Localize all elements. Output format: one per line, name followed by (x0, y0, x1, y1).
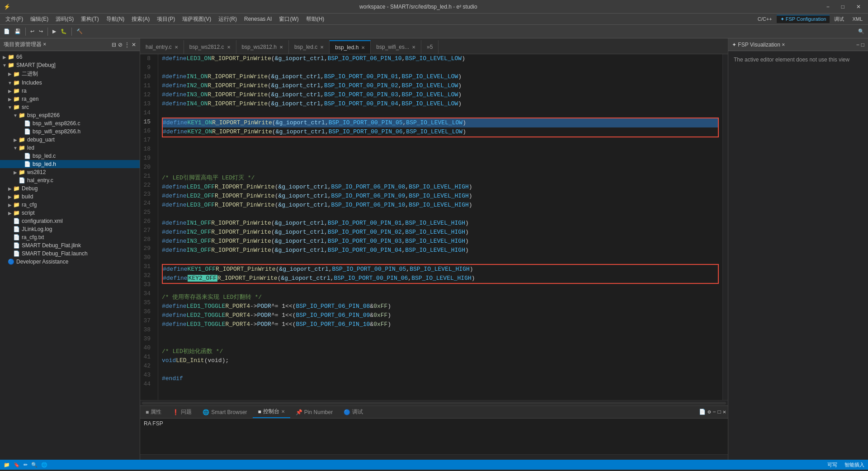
bottom-new-icon[interactable]: 📄 (699, 409, 706, 415)
menu-search[interactable]: 搜索(A) (128, 14, 153, 24)
sidebar-item-7[interactable]: ▼📁bsp_esp8266 (0, 111, 140, 119)
sidebar-filter-icon[interactable]: ⊘ (118, 42, 123, 48)
perspective-debug[interactable]: 调试 (830, 15, 848, 24)
perspective-xml[interactable]: XML (849, 15, 866, 23)
console-close[interactable]: ✕ (281, 409, 285, 414)
sidebar-item-15[interactable]: 📄hal_entry.c (0, 176, 140, 184)
status-icon-3[interactable]: ✏ (24, 462, 28, 468)
menu-help[interactable]: 帮助(H) (302, 14, 328, 24)
tab-close-bsp-wifi[interactable]: ✕ (412, 45, 415, 50)
menu-run[interactable]: 运行(R) (215, 14, 241, 24)
problems-icon: ❗ (172, 409, 179, 415)
perspective-cpp[interactable]: C/C++ (754, 15, 776, 23)
editor-hscrollbar[interactable] (140, 400, 728, 405)
sidebar-close-icon[interactable]: ✕ (132, 42, 136, 48)
bottom-tab-properties[interactable]: ■ 属性 (140, 406, 167, 418)
tab-more[interactable]: »5 (421, 40, 439, 54)
sidebar-item-25[interactable]: 🔵Developer Assistance (0, 258, 140, 266)
sidebar-item-11[interactable]: ▼📁led (0, 144, 140, 152)
sidebar-item-9[interactable]: 📄bsp_wifi_esp8266.h (0, 127, 140, 136)
tab-bsp-wifi[interactable]: bsp_wifi_es... ✕ (371, 40, 421, 54)
bottom-close-icon[interactable]: ✕ (723, 409, 726, 415)
sidebar-item-22[interactable]: 📄ra_cfg.txt (0, 233, 140, 241)
bottom-tab-console[interactable]: ■ 控制台 ✕ (253, 406, 290, 418)
status-icon-5[interactable]: 🌐 (41, 462, 47, 468)
menu-renesas-ai[interactable]: Renesas AI (241, 15, 275, 23)
editor-scrollbar[interactable] (722, 54, 728, 400)
menu-project[interactable]: 项目(P) (153, 14, 179, 24)
status-right: 可写 智能插入 (827, 462, 864, 468)
new-button[interactable]: 📄 (2, 28, 12, 35)
sidebar-item-21[interactable]: 📄JLinkLog.log (0, 225, 140, 233)
build-button[interactable]: 🔨 (75, 28, 85, 35)
status-icon-2[interactable]: 🔖 (14, 462, 20, 468)
sidebar-item-2[interactable]: ▶📁二进制 (0, 69, 140, 79)
sidebar-item-12[interactable]: 📄bsp_led.c (0, 152, 140, 160)
sidebar-item-0[interactable]: ▶📁66 (0, 53, 140, 61)
status-icon-1[interactable]: 📁 (4, 462, 10, 468)
fsp-maximize-icon[interactable]: □ (861, 42, 864, 48)
code-content[interactable]: #define LED3_ON R_IOPORT_PinWrite(&g_iop… (158, 54, 722, 400)
tab-close-bsp-ws2812h[interactable]: ✕ (279, 45, 283, 50)
undo-button[interactable]: ↩ (28, 28, 36, 35)
sidebar-item-17[interactable]: ▶📁build (0, 193, 140, 201)
tab-close-hal-entry[interactable]: ✕ (175, 45, 178, 50)
bottom-maximize-icon[interactable]: □ (718, 409, 721, 415)
sidebar-item-18[interactable]: ▶📁ra_cfg (0, 201, 140, 209)
keyword-define: #define (162, 72, 187, 81)
bottom-tab-debug[interactable]: 🔵 调试 (338, 406, 368, 418)
tree-arrow-17: ▶ (7, 194, 13, 199)
sidebar-item-3[interactable]: ▼📁Includes (0, 79, 140, 87)
line-num-16: 16 (140, 127, 154, 136)
tab-hal-entry[interactable]: hal_entry.c ✕ (140, 40, 184, 54)
run-button[interactable]: ▶ (51, 28, 58, 35)
tab-bsp-ws2812c[interactable]: bsp_ws2812.c ✕ (184, 40, 236, 54)
menu-refactor[interactable]: 重构(T) (77, 14, 102, 24)
search-icon[interactable]: 🔍 (856, 28, 866, 35)
sidebar-item-14[interactable]: ▶📁ws2812 (0, 168, 140, 176)
bottom-tab-smart-browser[interactable]: 🌐 Smart Browser (197, 407, 252, 417)
menu-source[interactable]: 源码(S) (52, 14, 77, 24)
perspective-fsp[interactable]: ✦ FSP Configuration (777, 15, 830, 23)
bottom-settings-icon[interactable]: ⚙ (708, 409, 711, 415)
menu-renesas-view[interactable]: 瑞萨视图(V) (179, 14, 215, 24)
sidebar-item-5[interactable]: ▶📁ra_gen (0, 95, 140, 103)
menu-file[interactable]: 文件(F) (2, 14, 27, 24)
fsp-minimize-icon[interactable]: − (856, 42, 859, 48)
bottom-hscrollbar[interactable] (140, 454, 728, 460)
tab-bsp-ledc[interactable]: bsp_led.c ✕ (289, 40, 330, 54)
sidebar-item-6[interactable]: ▼📁src (0, 103, 140, 111)
sidebar-item-23[interactable]: 📄SMART Debug_Flat.jlink (0, 241, 140, 250)
bottom-tab-problems[interactable]: ❗ 问题 (167, 406, 197, 418)
tab-close-bsp-ledh[interactable]: ✕ (361, 45, 365, 50)
code-line-26: #define IN1_OFF R_IOPORT_PinWrite(&g_iop… (162, 219, 719, 228)
sidebar-item-16[interactable]: ▶📁Debug (0, 184, 140, 193)
menu-window[interactable]: 窗口(W) (275, 14, 302, 24)
save-button[interactable]: 💾 (13, 28, 23, 35)
sidebar-menu-icon[interactable]: ⋮ (124, 42, 130, 48)
tab-close-bsp-ledc[interactable]: ✕ (320, 45, 324, 50)
sidebar-item-24[interactable]: 📄SMART Debug_Flat.launch (0, 250, 140, 258)
maximize-button[interactable]: □ (838, 3, 848, 11)
sidebar-item-19[interactable]: ▶📁script (0, 209, 140, 217)
sidebar-item-1[interactable]: ▼📁SMART [Debug] (0, 61, 140, 69)
sidebar-item-13[interactable]: 📄bsp_led.h (0, 160, 140, 168)
sidebar-item-4[interactable]: ▶📁ra (0, 87, 140, 95)
sidebar-item-20[interactable]: 📄configuration.xml (0, 217, 140, 225)
menu-edit[interactable]: 编辑(E) (27, 14, 52, 24)
bottom-minimize-icon[interactable]: − (712, 409, 716, 415)
redo-button[interactable]: ↪ (37, 28, 45, 35)
bottom-tab-pin-number[interactable]: 📌 Pin Number (290, 407, 338, 417)
status-icon-4[interactable]: 🔍 (31, 462, 38, 468)
debug-button[interactable]: 🐛 (59, 28, 69, 35)
sidebar-item-8[interactable]: 📄bsp_wifi_esp8266.c (0, 119, 140, 127)
minimize-button[interactable]: − (823, 3, 833, 11)
menu-navigate[interactable]: 导航(N) (103, 14, 128, 24)
tab-close-bsp-ws2812c[interactable]: ✕ (227, 45, 231, 50)
close-button[interactable]: ✕ (853, 3, 864, 11)
tab-bsp-ledh[interactable]: bsp_led.h ✕ (330, 40, 371, 54)
tab-bsp-ws2812h[interactable]: bsp_ws2812.h ✕ (236, 40, 289, 54)
tree-label-21: JLinkLog.log (22, 226, 52, 232)
sidebar-collapse-icon[interactable]: ⊟ (112, 42, 116, 48)
sidebar-item-10[interactable]: ▶📁debug_uart (0, 136, 140, 144)
